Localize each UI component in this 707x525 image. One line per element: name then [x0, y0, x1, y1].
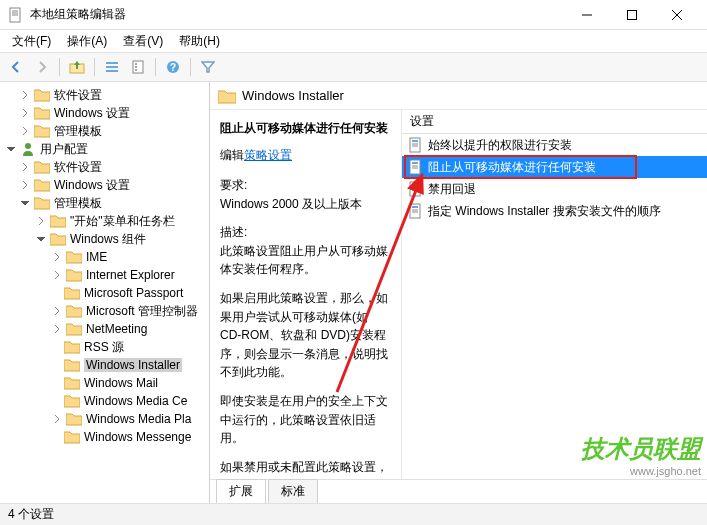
- separator: [190, 58, 191, 76]
- chevron-right-icon[interactable]: [18, 178, 32, 192]
- tree-node-software-settings[interactable]: 软件设置: [0, 86, 209, 104]
- svg-rect-12: [133, 61, 143, 73]
- tree-node-admin-templates[interactable]: 管理模板: [0, 122, 209, 140]
- folder-icon: [34, 196, 50, 210]
- chevron-right-icon[interactable]: [18, 124, 32, 138]
- chevron-down-icon[interactable]: [34, 232, 48, 246]
- tabs-bar: 扩展 标准: [210, 479, 707, 503]
- menu-view[interactable]: 查看(V): [115, 31, 171, 52]
- titlebar: 本地组策略编辑器: [0, 0, 707, 30]
- tree-node-user-admin-templates[interactable]: 管理模板: [0, 194, 209, 212]
- status-text: 4 个设置: [8, 506, 54, 523]
- policy-item[interactable]: 指定 Windows Installer 搜索安装文件的顺序: [402, 200, 707, 222]
- list-view-button[interactable]: [100, 55, 124, 79]
- tree-node-user-software[interactable]: 软件设置: [0, 158, 209, 176]
- toolbar: ?: [0, 52, 707, 82]
- tree-node-windows-settings[interactable]: Windows 设置: [0, 104, 209, 122]
- tree-node-wmp[interactable]: Windows Media Pla: [0, 410, 209, 428]
- chevron-down-icon[interactable]: [4, 142, 18, 156]
- chevron-right-icon[interactable]: [50, 250, 64, 264]
- help-button[interactable]: ?: [161, 55, 185, 79]
- folder-icon: [64, 286, 80, 300]
- edit-policy-link[interactable]: 策略设置: [244, 148, 292, 162]
- close-button[interactable]: [654, 0, 699, 30]
- svg-rect-11: [106, 70, 118, 72]
- policy-title: 阻止从可移动媒体进行任何安装: [220, 120, 391, 137]
- app-icon: [8, 7, 24, 23]
- svg-rect-5: [627, 10, 636, 19]
- svg-point-15: [135, 69, 137, 71]
- chevron-right-icon[interactable]: [50, 304, 64, 318]
- svg-rect-32: [412, 206, 418, 208]
- tree-pane[interactable]: 软件设置 Windows 设置 管理模板 用户配置 软件设置 Windows 设…: [0, 82, 210, 503]
- description-label: 描述:: [220, 223, 391, 242]
- tab-extended[interactable]: 扩展: [216, 479, 266, 503]
- folder-icon: [64, 376, 80, 390]
- requirements-text: Windows 2000 及以上版本: [220, 195, 391, 214]
- separator: [59, 58, 60, 76]
- back-button[interactable]: [4, 55, 28, 79]
- folder-icon: [34, 124, 50, 138]
- chevron-right-icon[interactable]: [50, 268, 64, 282]
- detail-header: Windows Installer: [210, 82, 707, 110]
- policy-item-selected[interactable]: 阻止从可移动媒体进行任何安装: [402, 156, 707, 178]
- folder-icon: [66, 412, 82, 426]
- description-p1: 此策略设置阻止用户从可移动媒体安装任何程序。: [220, 242, 391, 279]
- tree-node-windows-mail[interactable]: Windows Mail: [0, 374, 209, 392]
- detail-description-pane: 阻止从可移动媒体进行任何安装 编辑策略设置 要求: Windows 2000 及…: [210, 110, 402, 479]
- statusbar: 4 个设置: [0, 503, 707, 525]
- folder-icon: [64, 430, 80, 444]
- tree-node-netmeeting[interactable]: NetMeeting: [0, 320, 209, 338]
- tree-node-wmc[interactable]: Windows Media Ce: [0, 392, 209, 410]
- svg-point-14: [135, 66, 137, 68]
- description-p2: 如果启用此策略设置，那么，如果用户尝试从可移动媒体(如 CD-ROM、软盘和 D…: [220, 289, 391, 382]
- tree-node-ie[interactable]: Internet Explorer: [0, 266, 209, 284]
- folder-icon: [34, 88, 50, 102]
- svg-rect-24: [412, 162, 418, 164]
- folder-icon: [66, 250, 82, 264]
- window-title: 本地组策略编辑器: [30, 6, 564, 23]
- menu-file[interactable]: 文件(F): [4, 31, 59, 52]
- menu-help[interactable]: 帮助(H): [171, 31, 228, 52]
- policy-icon: [408, 159, 424, 175]
- tree-node-windows-installer[interactable]: Windows Installer: [0, 356, 209, 374]
- minimize-button[interactable]: [564, 0, 609, 30]
- up-level-button[interactable]: [65, 55, 89, 79]
- tab-standard[interactable]: 标准: [268, 479, 318, 503]
- tree-node-start-menu[interactable]: "开始"菜单和任务栏: [0, 212, 209, 230]
- chevron-right-icon[interactable]: [50, 412, 64, 426]
- policy-item[interactable]: 禁用回退: [402, 178, 707, 200]
- chevron-right-icon[interactable]: [34, 214, 48, 228]
- folder-icon: [218, 88, 236, 104]
- menu-action[interactable]: 操作(A): [59, 31, 115, 52]
- tree-node-passport[interactable]: Microsoft Passport: [0, 284, 209, 302]
- filter-button[interactable]: [196, 55, 220, 79]
- folder-icon: [66, 268, 82, 282]
- chevron-right-icon[interactable]: [50, 322, 64, 336]
- chevron-down-icon[interactable]: [18, 196, 32, 210]
- tree-node-windows-components[interactable]: Windows 组件: [0, 230, 209, 248]
- tree-node-user-config[interactable]: 用户配置: [0, 140, 209, 158]
- policy-icon: [408, 137, 424, 153]
- tree-node-user-windows-settings[interactable]: Windows 设置: [0, 176, 209, 194]
- tree-node-rss[interactable]: RSS 源: [0, 338, 209, 356]
- chevron-right-icon[interactable]: [18, 160, 32, 174]
- svg-text:?: ?: [170, 62, 176, 73]
- tree-node-ime[interactable]: IME: [0, 248, 209, 266]
- forward-button[interactable]: [30, 55, 54, 79]
- tree-node-mmc[interactable]: Microsoft 管理控制器: [0, 302, 209, 320]
- properties-button[interactable]: [126, 55, 150, 79]
- policy-list[interactable]: 始终以提升的权限进行安装 阻止从可移动媒体进行任何安装 禁用回退 指定 Wind…: [402, 134, 707, 479]
- maximize-button[interactable]: [609, 0, 654, 30]
- detail-pane: Windows Installer 阻止从可移动媒体进行任何安装 编辑策略设置 …: [210, 82, 707, 503]
- column-header-settings[interactable]: 设置: [402, 110, 707, 134]
- main-area: 软件设置 Windows 设置 管理模板 用户配置 软件设置 Windows 设…: [0, 82, 707, 503]
- chevron-right-icon[interactable]: [18, 106, 32, 120]
- breadcrumb: Windows Installer: [242, 88, 344, 103]
- svg-rect-10: [106, 66, 118, 68]
- tree-node-messenger[interactable]: Windows Messenge: [0, 428, 209, 446]
- separator: [155, 58, 156, 76]
- folder-icon: [64, 358, 80, 372]
- policy-item[interactable]: 始终以提升的权限进行安装: [402, 134, 707, 156]
- chevron-right-icon[interactable]: [18, 88, 32, 102]
